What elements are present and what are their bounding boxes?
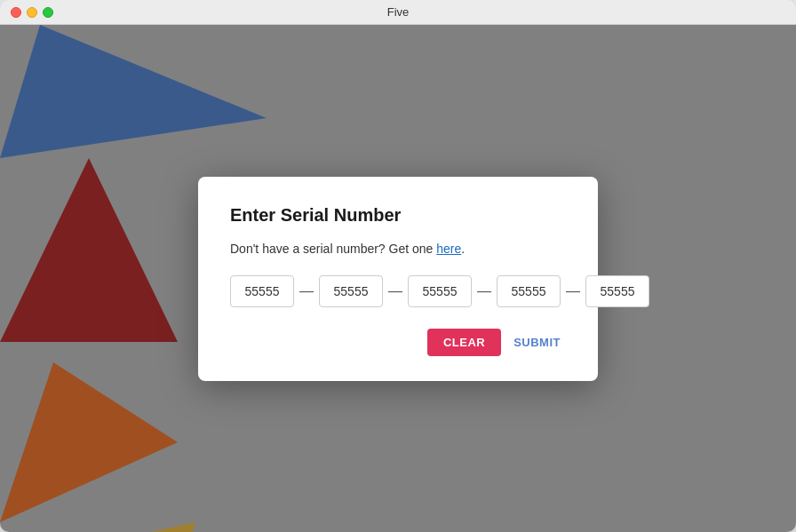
serial-input-3[interactable] (408, 275, 472, 307)
maximize-button[interactable] (43, 7, 53, 18)
serial-inputs-container: — — — — (230, 275, 566, 307)
dialog-actions: CLEAR SUBMIT (230, 329, 566, 356)
window-title: Five (387, 5, 410, 19)
separator-1: — (298, 283, 315, 299)
separator-2: — (386, 283, 404, 299)
subtitle-period: . (461, 242, 465, 256)
separator-4: — (564, 283, 582, 299)
close-button[interactable] (11, 7, 21, 18)
content-area: Enter Serial Number Don't have a serial … (0, 25, 796, 532)
serial-input-5[interactable] (585, 275, 649, 307)
serial-input-4[interactable] (497, 275, 561, 307)
app-window: Five Enter Serial Number Don't have a se… (0, 0, 796, 532)
dialog-subtitle: Don't have a serial number? Get one here… (230, 242, 566, 256)
dialog-overlay: Enter Serial Number Don't have a serial … (0, 25, 796, 532)
traffic-lights (11, 7, 53, 18)
submit-button[interactable]: SUBMIT (508, 329, 566, 356)
separator-3: — (475, 283, 493, 299)
subtitle-text: Don't have a serial number? Get one (230, 242, 436, 256)
dialog-title: Enter Serial Number (230, 205, 566, 226)
subtitle-link[interactable]: here (436, 242, 461, 256)
minimize-button[interactable] (27, 7, 37, 18)
serial-input-1[interactable] (230, 275, 294, 307)
titlebar: Five (0, 0, 796, 25)
serial-input-2[interactable] (319, 275, 383, 307)
clear-button[interactable]: CLEAR (427, 329, 501, 356)
serial-number-dialog: Enter Serial Number Don't have a serial … (198, 177, 598, 381)
